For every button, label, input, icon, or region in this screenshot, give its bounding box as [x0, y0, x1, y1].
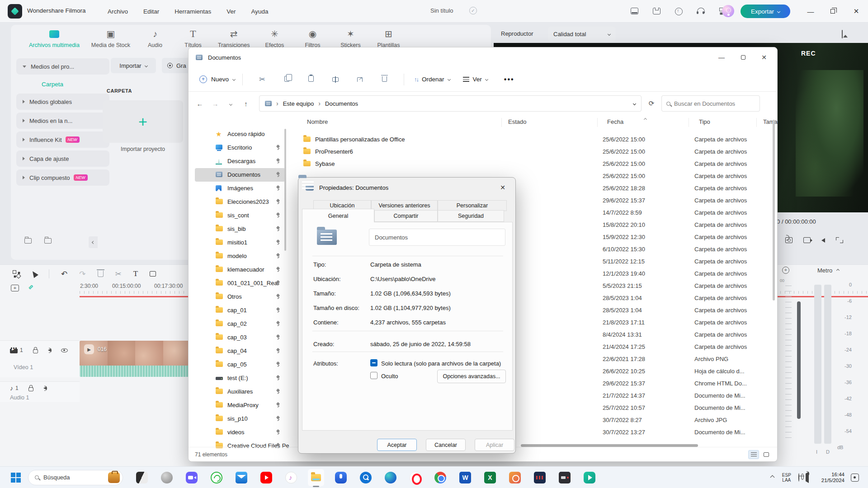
clock[interactable]: 16:44 21/5/2024 [821, 472, 844, 483]
filmora-tab[interactable]: Plantillas [375, 28, 401, 48]
media-layout-icon[interactable] [13, 270, 20, 277]
sort-button[interactable]: ↑↓Ordenar [414, 76, 450, 83]
filmora-tab[interactable]: Filtros [299, 28, 326, 48]
filmora-tab[interactable]: Efectos [261, 28, 288, 48]
export-button[interactable]: Exportar [741, 5, 790, 18]
hidden-checkbox[interactable] [370, 372, 377, 379]
split-scissors-icon[interactable]: ✂ [115, 269, 122, 279]
nav-item[interactable]: test (E:) [195, 371, 285, 385]
address-dropdown-icon[interactable] [633, 102, 636, 105]
photos-icon[interactable] [509, 472, 521, 483]
menu-item[interactable]: Ver [226, 8, 236, 15]
nav-item[interactable]: Auxiliares [195, 385, 285, 399]
readonly-checkbox[interactable] [370, 359, 377, 366]
nav-item[interactable]: misitio1 [195, 236, 285, 249]
tab-general[interactable]: General [302, 209, 374, 222]
share-button[interactable] [348, 75, 372, 84]
nav-item[interactable]: cap_05 [195, 358, 285, 371]
lock-track-icon[interactable] [33, 349, 38, 353]
file-explorer-icon[interactable] [310, 472, 322, 483]
speaker-icon[interactable] [821, 238, 825, 243]
screen-recorder-icon[interactable] [559, 472, 571, 483]
hide-track-icon[interactable] [61, 348, 68, 352]
nav-item[interactable]: sis_cont [195, 209, 285, 222]
video-clip[interactable]: ▶ 016 [80, 341, 191, 377]
fullscreen-icon[interactable] [836, 237, 843, 243]
file-row[interactable]: ProPresenter6 25/6/2022 15:00 Carpeta de… [299, 145, 769, 158]
delete-button[interactable] [372, 75, 396, 84]
filmora-tab[interactable]: Títulos [180, 28, 206, 48]
cut-button[interactable]: ✂ [250, 75, 274, 84]
mute-track-icon[interactable] [43, 386, 47, 390]
filmora-tab[interactable]: Stickers [337, 28, 363, 48]
minimize-button[interactable]: — [800, 0, 821, 23]
nav-item[interactable]: cap_03 [195, 331, 285, 344]
edge-icon[interactable] [385, 472, 396, 483]
save-icon[interactable] [653, 8, 660, 14]
close-button[interactable]: ✕ [846, 0, 867, 23]
nav-item[interactable]: Acceso rápido [195, 127, 285, 141]
volume-icon[interactable] [806, 474, 809, 482]
word-icon[interactable]: W [459, 472, 471, 483]
details-view-button[interactable] [748, 450, 759, 459]
nav-item[interactable]: klemaecuador [195, 263, 285, 277]
breadcrumb-item[interactable]: Documentos [325, 100, 358, 107]
paste-button[interactable] [299, 75, 323, 84]
excel-icon[interactable]: X [484, 472, 496, 483]
search-input[interactable]: Buscar en Documentos [661, 95, 760, 112]
filmora-tab[interactable]: Transiciones [218, 28, 250, 48]
nav-item[interactable]: Escritorio [195, 141, 285, 155]
explorer-titlebar[interactable]: Documentos [189, 47, 777, 67]
column-date[interactable]: Fecha [607, 118, 623, 125]
sidebar-item[interactable]: Influence Kit NEW [16, 131, 109, 148]
filmora-tab[interactable]: Archivos multimedia [29, 28, 80, 48]
undo-icon[interactable]: ↶ [61, 269, 67, 279]
notifications-icon[interactable] [851, 474, 859, 482]
nav-item[interactable]: Descargas [195, 155, 285, 168]
nav-item[interactable]: 001_021_001_Real [195, 277, 285, 290]
back-button[interactable]: ← [192, 100, 208, 108]
nav-item[interactable]: MediaProxy [195, 399, 285, 412]
text-tool-icon[interactable]: T [133, 269, 138, 278]
column-size[interactable]: Tama [763, 118, 778, 125]
network-icon[interactable] [798, 474, 799, 482]
lock-track-icon[interactable] [28, 387, 33, 391]
delete-folder-icon[interactable] [44, 238, 52, 244]
tab-personalizar[interactable]: Personalizar [438, 200, 507, 211]
nav-item[interactable]: sis_bib [195, 222, 285, 236]
import-project-card[interactable]: + [103, 100, 183, 143]
maximize-button[interactable] [733, 47, 754, 67]
refresh-button[interactable]: ⟳ [642, 99, 661, 108]
layout-panel-icon[interactable] [631, 8, 638, 14]
youtube-icon[interactable] [260, 472, 272, 483]
more-options-button[interactable]: ••• [504, 75, 514, 84]
rename-button[interactable] [323, 75, 348, 84]
chrome-icon[interactable] [434, 472, 446, 483]
nav-item[interactable]: Otros [195, 290, 285, 304]
link-clips-icon[interactable]: ∞ [26, 282, 35, 291]
sidebar-item[interactable]: Capa de ajuste [16, 150, 109, 167]
folder-name-input[interactable]: Documentos [369, 229, 505, 246]
sidebar-item[interactable]: Medios del pro... [16, 58, 109, 75]
mute-track-icon[interactable] [48, 348, 51, 352]
minimize-button[interactable]: — [711, 47, 732, 67]
column-status[interactable]: Estado [508, 118, 526, 125]
start-button[interactable] [11, 473, 21, 483]
menu-item[interactable]: Editar [143, 8, 159, 15]
itunes-icon[interactable] [285, 472, 297, 483]
voice-recorder-icon[interactable] [335, 472, 347, 483]
sidebar-item[interactable]: Carpeta [16, 77, 109, 91]
support-headset-icon[interactable] [697, 8, 705, 13]
recent-locations-button[interactable] [223, 100, 238, 108]
maximize-button[interactable] [822, 0, 843, 23]
mail-icon[interactable] [236, 472, 247, 483]
redo-icon[interactable]: ↷ [79, 269, 85, 279]
add-marker-icon[interactable]: + [782, 267, 789, 274]
dialog-titlebar[interactable]: Propiedades: Documentos [298, 178, 515, 197]
zoom-icon[interactable] [186, 472, 198, 483]
list-vertical-scrollbar[interactable] [773, 120, 775, 300]
tray-expand-icon[interactable] [770, 475, 774, 480]
import-button[interactable]: Importar [111, 58, 156, 73]
nav-item[interactable]: cap_01 [195, 304, 285, 317]
view-button[interactable]: Ver [463, 76, 488, 83]
